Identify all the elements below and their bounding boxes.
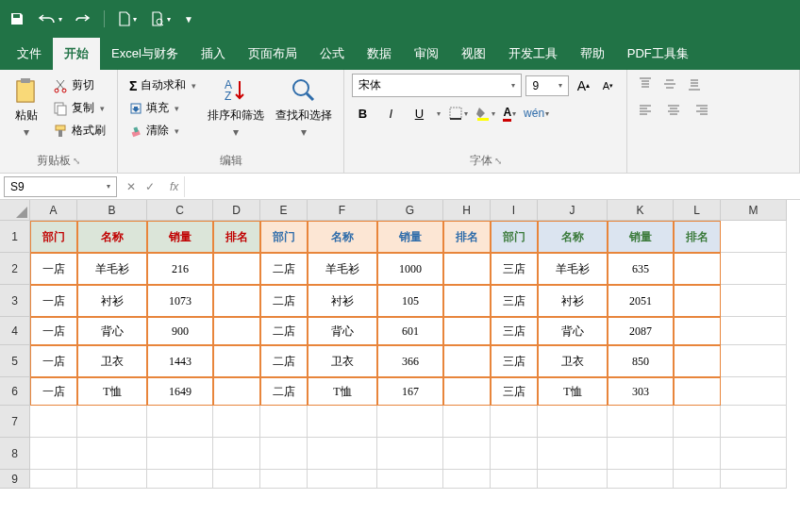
cell-K9[interactable] — [608, 470, 674, 489]
cell-C7[interactable] — [147, 406, 213, 438]
col-head-I[interactable]: I — [491, 200, 538, 221]
col-head-L[interactable]: L — [674, 200, 721, 221]
cell-I4[interactable]: 三店 — [491, 317, 538, 345]
phonetic-button[interactable]: wén▾ — [524, 107, 549, 120]
cell-C4[interactable]: 900 — [147, 317, 213, 345]
cell-C5[interactable]: 1443 — [147, 345, 213, 377]
cell-F1[interactable]: 名称 — [308, 221, 377, 253]
col-head-C[interactable]: C — [147, 200, 213, 221]
col-head-E[interactable]: E — [260, 200, 308, 221]
cell-G4[interactable]: 601 — [377, 317, 443, 345]
cell-M2[interactable] — [721, 253, 787, 285]
cell-J5[interactable]: 卫衣 — [538, 345, 608, 377]
cell-H4[interactable] — [443, 317, 491, 345]
col-head-D[interactable]: D — [213, 200, 260, 221]
cell-L3[interactable] — [674, 285, 721, 317]
align-top-icon[interactable] — [635, 74, 656, 94]
cell-B6[interactable]: T恤 — [77, 377, 147, 406]
cell-E2[interactable]: 二店 — [260, 253, 308, 285]
cell-L7[interactable] — [674, 406, 721, 438]
tab-Excel与财务[interactable]: Excel与财务 — [100, 38, 190, 70]
cell-K1[interactable]: 销量 — [608, 221, 674, 253]
align-left-icon[interactable] — [635, 100, 656, 121]
cell-C3[interactable]: 1073 — [147, 285, 213, 317]
align-right-icon[interactable] — [692, 100, 712, 121]
cell-G2[interactable]: 1000 — [377, 253, 443, 285]
format-painter-button[interactable]: 格式刷 — [49, 121, 109, 141]
row-head-6[interactable]: 6 — [0, 377, 30, 406]
cell-I7[interactable] — [491, 406, 538, 438]
cell-G6[interactable]: 167 — [377, 377, 443, 406]
cell-K5[interactable]: 850 — [608, 345, 674, 377]
print-preview-icon[interactable]: ▾ — [150, 11, 171, 26]
cell-H1[interactable]: 排名 — [443, 221, 491, 253]
cell-D8[interactable] — [213, 438, 260, 470]
cell-A7[interactable] — [30, 406, 77, 438]
bold-button[interactable]: B — [352, 103, 373, 124]
cell-C2[interactable]: 216 — [147, 253, 213, 285]
tab-视图[interactable]: 视图 — [450, 38, 497, 70]
cell-L8[interactable] — [674, 438, 721, 470]
formula-input[interactable] — [184, 176, 800, 197]
cell-G7[interactable] — [377, 406, 443, 438]
cell-M6[interactable] — [721, 377, 787, 406]
cell-B1[interactable]: 名称 — [77, 221, 147, 253]
cell-B5[interactable]: 卫衣 — [77, 345, 147, 377]
cell-K2[interactable]: 635 — [608, 253, 674, 285]
cell-L4[interactable] — [674, 317, 721, 345]
fill-button[interactable]: 填充▾ — [125, 98, 200, 118]
cell-E3[interactable]: 二店 — [260, 285, 308, 317]
undo-icon[interactable]: ▾ — [38, 12, 62, 25]
cell-J8[interactable] — [538, 438, 608, 470]
cell-G5[interactable]: 366 — [377, 345, 443, 377]
name-box[interactable]: S9▾ — [4, 176, 117, 197]
decrease-font-icon[interactable]: A▾ — [597, 75, 618, 96]
italic-button[interactable]: I — [380, 103, 401, 124]
cell-H7[interactable] — [443, 406, 491, 438]
cell-J3[interactable]: 衬衫 — [538, 285, 608, 317]
cell-B3[interactable]: 衬衫 — [77, 285, 147, 317]
tab-PDF工具集[interactable]: PDF工具集 — [616, 38, 700, 70]
cell-D5[interactable] — [213, 345, 260, 377]
tab-页面布局[interactable]: 页面布局 — [237, 38, 308, 70]
col-head-J[interactable]: J — [538, 200, 608, 221]
col-head-K[interactable]: K — [608, 200, 674, 221]
row-head-8[interactable]: 8 — [0, 438, 30, 470]
row-head-7[interactable]: 7 — [0, 406, 30, 438]
font-size-select[interactable]: 9▾ — [525, 75, 569, 96]
autosum-button[interactable]: Σ自动求和▾ — [125, 75, 200, 95]
cell-F5[interactable]: 卫衣 — [308, 345, 377, 377]
cell-B8[interactable] — [77, 438, 147, 470]
cell-F2[interactable]: 羊毛衫 — [308, 253, 377, 285]
cell-L2[interactable] — [674, 253, 721, 285]
cell-M9[interactable] — [721, 470, 787, 489]
cell-D9[interactable] — [213, 470, 260, 489]
cell-B7[interactable] — [77, 406, 147, 438]
cell-G9[interactable] — [377, 470, 443, 489]
cell-A3[interactable]: 一店 — [30, 285, 77, 317]
cell-A4[interactable]: 一店 — [30, 317, 77, 345]
tab-开始[interactable]: 开始 — [53, 38, 100, 70]
cell-L5[interactable] — [674, 345, 721, 377]
cell-E9[interactable] — [260, 470, 308, 489]
cell-M1[interactable] — [721, 221, 787, 253]
cell-I9[interactable] — [491, 470, 538, 489]
tab-文件[interactable]: 文件 — [6, 38, 53, 70]
cell-H6[interactable] — [443, 377, 491, 406]
cell-M3[interactable] — [721, 285, 787, 317]
row-head-3[interactable]: 3 — [0, 285, 30, 317]
paste-button[interactable]: 粘贴 ▾ — [8, 74, 45, 141]
tab-审阅[interactable]: 审阅 — [403, 38, 450, 70]
cell-E5[interactable]: 二店 — [260, 345, 308, 377]
align-middle-icon[interactable] — [659, 74, 680, 94]
cell-J7[interactable] — [538, 406, 608, 438]
new-file-icon[interactable]: ▾ — [118, 11, 137, 26]
cell-L6[interactable] — [674, 377, 721, 406]
cell-J9[interactable] — [538, 470, 608, 489]
cancel-icon[interactable]: ✕ — [126, 180, 136, 193]
qat-customize-icon[interactable]: ▼ — [184, 14, 193, 25]
row-head-9[interactable]: 9 — [0, 470, 30, 489]
cell-D1[interactable]: 排名 — [213, 221, 260, 253]
cell-G1[interactable]: 销量 — [377, 221, 443, 253]
row-head-4[interactable]: 4 — [0, 317, 30, 345]
